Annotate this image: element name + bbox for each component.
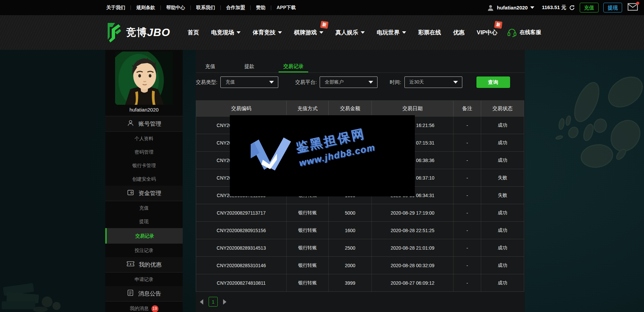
sidebar-item-2[interactable]: 个人资料 [105, 132, 183, 145]
column-header-3: 交易金额 [329, 101, 372, 116]
sidebar-item-10[interactable]: 投注记录 [105, 244, 183, 257]
cell-status: 成功 [481, 204, 524, 221]
nav-item-label: 棋牌游戏 [294, 29, 317, 36]
avatar[interactable] [115, 52, 173, 105]
record-tabs: 充值提款交易记录 [196, 60, 525, 73]
next-page-icon[interactable] [223, 299, 226, 305]
filter-select-2[interactable]: 全部账户 [320, 76, 378, 88]
nav-item-label: 真人娱乐 [335, 29, 358, 36]
mail-notification-dot [636, 2, 639, 5]
query-button[interactable]: 查询 [476, 76, 510, 88]
filter-label-3: 时间: [390, 79, 401, 86]
sidebar-item-12[interactable]: 申请记录 [105, 273, 183, 286]
tab-1[interactable]: 充值 [201, 60, 220, 72]
nav-item-4[interactable]: 棋牌游戏新 [294, 29, 323, 36]
tab-3[interactable]: 交易记录 [279, 60, 308, 72]
nav-item-2[interactable]: 电竞现场 [211, 29, 241, 36]
sidebar-item-label: 创建安全码 [132, 176, 156, 182]
tab-2[interactable]: 提款 [240, 60, 259, 72]
cell-amount: 5000 [329, 204, 372, 221]
nav-item-5[interactable]: 真人娱乐 [335, 29, 365, 36]
topbar-link-2[interactable]: 规则条款 [131, 5, 160, 11]
cell-method: 银行转账 [287, 222, 329, 239]
cell-note: - [454, 117, 481, 134]
topbar-link-7[interactable]: APP下载 [271, 5, 301, 11]
withdraw-button[interactable]: 提现 [603, 3, 622, 12]
sidebar-username: hufatian2020 [105, 105, 183, 116]
filter-group-1: 交易类型:充值 [196, 76, 278, 88]
username[interactable]: hufatian2020 [497, 5, 528, 10]
cell-date: 2020-08-28 22:51:25 [372, 222, 454, 239]
filter-select-1[interactable]: 充值 [220, 76, 278, 88]
filter-label-1: 交易类型: [196, 79, 217, 86]
filter-label-2: 交易平台: [295, 79, 317, 86]
topbar-link-5[interactable]: 合作加盟 [221, 5, 250, 11]
sidebar-item-label: 我的消息 [130, 306, 149, 311]
cell-note: - [454, 204, 481, 221]
cell-status: 成功 [481, 274, 524, 291]
table-row[interactable]: CNY202008274810811银行转账39992020-08-27 06:… [196, 274, 524, 291]
sidebar-item-14[interactable]: 我的消息19 [105, 302, 183, 312]
coupon-icon: ¥ [127, 260, 135, 269]
table-row[interactable]: CNY202008289314513银行转账25002020-08-28 21:… [196, 239, 524, 256]
filter-group-3: 时间:近30天 [390, 76, 462, 88]
sidebar-section-6[interactable]: 资金管理 [105, 186, 183, 201]
nav-item-6[interactable]: 电玩世界 [377, 29, 406, 36]
nav-item-label: 彩票在线 [418, 29, 441, 36]
sidebar-section-11[interactable]: ¥我的优惠 [105, 257, 183, 273]
logo-text-en: JBO [147, 26, 170, 39]
user-menu-caret-icon[interactable] [530, 6, 534, 9]
topbar-link-6[interactable]: 赞助 [251, 5, 271, 11]
cell-amount: 2000 [329, 257, 372, 274]
nav-item-label: VIP中心 [477, 29, 497, 36]
online-service[interactable]: 在线客服 [507, 28, 541, 37]
filter-select-3[interactable]: 近30天 [404, 76, 462, 88]
site-logo[interactable]: 竞博 JBO [105, 22, 170, 43]
filter-select-value: 近30天 [409, 79, 424, 85]
column-header-4: 交易日期 [372, 101, 454, 116]
main-navbar: 竞博 JBO 首页电竞现场体育竞技棋牌游戏新真人娱乐电玩世界彩票在线优惠VIP中… [0, 15, 644, 50]
mail-button[interactable] [628, 3, 638, 12]
headset-icon [507, 28, 516, 37]
topbar-link-3[interactable]: 帮助中心 [161, 5, 190, 11]
filters-row: 交易类型:充值交易平台:全部账户时间:近30天查询 [196, 76, 510, 88]
nav-item-8[interactable]: 优惠 [453, 29, 465, 36]
sidebar-item-3[interactable]: 密码管理 [105, 145, 183, 159]
nav-item-label: 电玩世界 [377, 29, 400, 36]
refresh-balance-icon[interactable] [569, 5, 575, 11]
topbar-link-1[interactable]: 关于我们 [101, 5, 131, 11]
filter-select-value: 充值 [225, 79, 235, 85]
sidebar-section-1[interactable]: 账号管理 [105, 116, 183, 132]
table-row[interactable]: CNY202008285310146银行转账20002020-08-28 00:… [196, 256, 524, 274]
svg-text:¥: ¥ [130, 262, 132, 266]
watermark-overlay: 鉴黑担保网 www.jhdb8.com [230, 115, 415, 196]
balance-amount: 1163.51 元 [542, 4, 566, 11]
topbar-link-4[interactable]: 联系我们 [191, 5, 220, 11]
logo-text-cn: 竞博 [126, 26, 147, 39]
page-background: hufatian2020 账号管理个人资料密码管理银行卡管理创建安全码资金管理充… [0, 50, 644, 312]
cell-status: 成功 [481, 222, 524, 239]
sidebar-section-13[interactable]: 消息公告 [105, 286, 183, 302]
filter-group-2: 交易平台:全部账户 [295, 76, 378, 88]
table-row[interactable]: CNY202008280915156银行转账16002020-08-28 22:… [196, 221, 524, 239]
nav-item-1[interactable]: 首页 [188, 29, 199, 36]
page-number[interactable]: 1 [209, 297, 218, 307]
sidebar-item-4[interactable]: 银行卡管理 [105, 159, 183, 172]
chevron-down-icon [278, 31, 282, 34]
sidebar-section-label: 消息公告 [138, 290, 161, 298]
sidebar-item-7[interactable]: 充值 [105, 201, 183, 215]
chevron-down-icon [319, 31, 323, 34]
sidebar-item-8[interactable]: 提现 [105, 215, 183, 228]
nav-item-3[interactable]: 体育竞技 [253, 29, 282, 36]
nav-item-9[interactable]: VIP中心新 [477, 29, 497, 36]
watermark-logo-icon [246, 133, 291, 177]
sidebar-item-label: 提现 [139, 219, 149, 224]
nav-item-7[interactable]: 彩票在线 [418, 29, 441, 36]
sidebar-item-label: 充值 [139, 205, 149, 211]
cell-date: 2020-08-28 21:01:09 [372, 239, 454, 256]
recharge-button[interactable]: 充值 [580, 3, 599, 12]
table-row[interactable]: CNY202008297113717银行转账50002020-08-29 17:… [196, 204, 524, 221]
prev-page-icon[interactable] [200, 299, 203, 305]
sidebar-item-9[interactable]: 交易记录 [105, 228, 183, 244]
sidebar-item-5[interactable]: 创建安全码 [105, 172, 183, 186]
